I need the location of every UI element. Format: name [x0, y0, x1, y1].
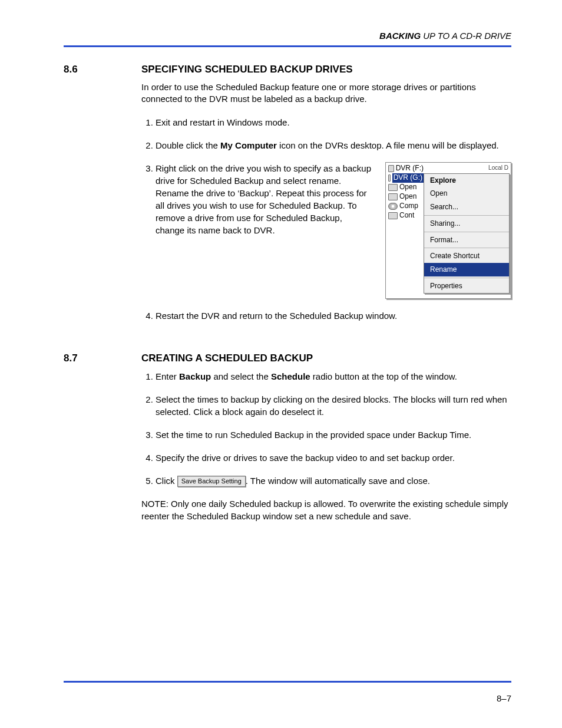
menu-separator — [424, 232, 509, 232]
step-2-post: icon on the DVRs desktop. A file menu wi… — [277, 140, 499, 150]
menu-item-search[interactable]: Search... — [424, 200, 509, 214]
drive-icon — [388, 193, 398, 200]
section-8-6-body: In order to use the Scheduled Backup fea… — [141, 81, 511, 322]
section-8-6-heading: 8.6 SPECIFYING SCHEDULED BACKUP DRIVES — [64, 64, 511, 75]
step-1-post: radio button at the top of the window. — [310, 371, 457, 381]
section-gap — [64, 332, 511, 353]
menu-item-create-shortcut[interactable]: Create Shortcut — [424, 249, 509, 263]
running-header: BACKING UP TO A CD-R DRIVE — [64, 31, 511, 41]
section-number: 8.6 — [64, 64, 141, 75]
section-8-7-body: Enter Backup and select the Schedule rad… — [141, 370, 511, 522]
step-3-text: Right click on the drive you wish to spe… — [156, 162, 371, 236]
step-3: Set the time to run Scheduled Backup in … — [156, 429, 511, 441]
menu-item-properties[interactable]: Properties — [424, 279, 509, 293]
step-4: Restart the DVR and return to the Schedu… — [156, 309, 511, 322]
menu-item-open[interactable]: Open — [424, 187, 509, 200]
menu-item-rename[interactable]: Rename — [424, 263, 509, 276]
drive-type-label: Local D — [424, 164, 508, 172]
drive-label-selected: DVR (G:) — [392, 173, 424, 183]
context-menu: Explore Open Search... Sharing... Format… — [424, 173, 510, 294]
drive-label: DVR (F:) — [396, 164, 424, 173]
section-title: CREATING A SCHEDULED BACKUP — [141, 353, 313, 364]
step-5-post: . The window will automatically save and… — [246, 476, 430, 486]
footer-rule — [64, 681, 511, 683]
step-1-mid: and select the — [211, 371, 271, 381]
drive-list: DVR (F:) DVR (G:) Open Open Comp Cont — [386, 163, 424, 222]
panel-icon — [388, 212, 398, 219]
step-1: Exit and restart in Windows mode. — [156, 116, 511, 129]
step-2: Select the times to backup by clicking o… — [156, 393, 511, 418]
drive-label: Open — [399, 183, 416, 192]
step-5-pre: Click — [156, 476, 177, 486]
save-backup-setting-button[interactable]: Save Backup Setting — [177, 476, 246, 487]
menu-separator — [424, 278, 509, 278]
section-number: 8.7 — [64, 353, 141, 364]
step-5: Click Save Backup Setting. The window wi… — [156, 475, 511, 487]
step-2-pre: Double click the — [156, 140, 220, 150]
drive-icon — [388, 165, 394, 172]
menu-item-format[interactable]: Format... — [424, 233, 509, 247]
step-1-pre: Enter — [156, 371, 179, 381]
drive-icon — [388, 184, 398, 191]
section-8-7-steps: Enter Backup and select the Schedule rad… — [141, 370, 511, 487]
section-8-6-steps: Exit and restart in Windows mode. Double… — [141, 116, 511, 322]
intro-paragraph: In order to use the Scheduled Backup fea… — [141, 81, 511, 106]
page-number: 8–7 — [497, 693, 511, 703]
menu-separator — [424, 248, 509, 248]
cd-drive-icon — [388, 203, 398, 210]
header-rule — [64, 45, 511, 47]
note-paragraph: NOTE: Only one daily Scheduled backup is… — [141, 498, 511, 522]
step-3: Right click on the drive you wish to spe… — [156, 162, 511, 299]
drive-label: Open — [399, 192, 416, 202]
running-header-rest: UP TO A CD-R DRIVE — [421, 31, 511, 41]
menu-item-explore[interactable]: Explore — [424, 174, 509, 187]
step-1-bold-backup: Backup — [179, 371, 211, 381]
step-4: Specify the drive or drives to save the … — [156, 452, 511, 464]
menu-item-sharing[interactable]: Sharing... — [424, 217, 509, 230]
drive-label: Comp — [399, 202, 418, 211]
menu-separator — [424, 215, 509, 216]
step-2: Double click the My Computer icon on the… — [156, 139, 511, 151]
drive-icon — [388, 174, 391, 182]
context-menu-screenshot: DVR (F:) DVR (G:) Open Open Comp Cont Lo… — [385, 162, 511, 299]
running-header-bold: BACKING — [379, 31, 421, 41]
drive-label: Cont — [399, 211, 414, 220]
section-title: SPECIFYING SCHEDULED BACKUP DRIVES — [141, 64, 353, 75]
step-1: Enter Backup and select the Schedule rad… — [156, 370, 511, 383]
page: BACKING UP TO A CD-R DRIVE 8.6 SPECIFYIN… — [0, 0, 562, 728]
section-8-7-heading: 8.7 CREATING A SCHEDULED BACKUP — [64, 353, 511, 364]
step-2-bold: My Computer — [220, 140, 277, 150]
step-1-bold-schedule: Schedule — [271, 371, 310, 381]
